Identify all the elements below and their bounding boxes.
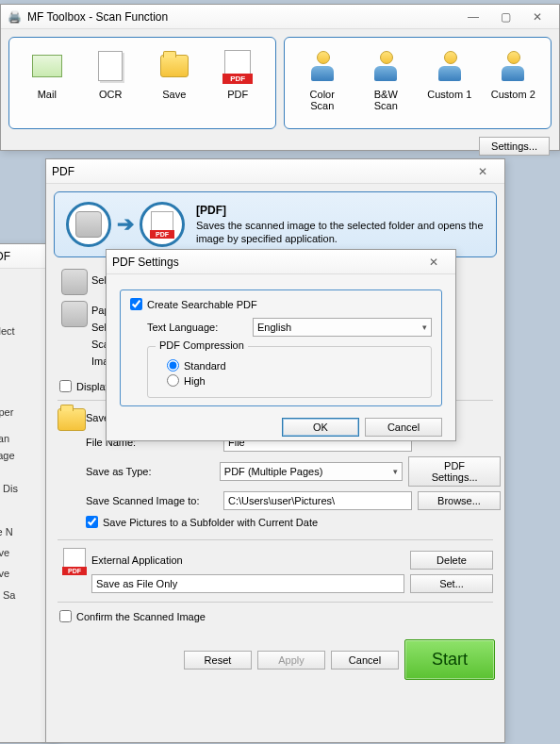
display-driver-checkbox[interactable] [59, 380, 72, 392]
dialog-title: PDF Settings [112, 256, 179, 269]
scanner-circle-icon [66, 202, 111, 247]
set-button[interactable]: Set... [410, 574, 493, 593]
tool-color-scan[interactable]: Color Scan [295, 47, 350, 111]
close-button[interactable]: ✕ [418, 252, 450, 273]
label: Paper [0, 406, 52, 418]
subfolder-label: Save Pictures to a Subfolder with Curren… [103, 517, 318, 528]
ok-button[interactable]: OK [282, 418, 359, 437]
tool-group-right: Color Scan B&W Scan Custom 1 Custom 2 [284, 37, 552, 129]
window-title: MF Toolbox - Scan Function [27, 10, 168, 24]
minimize-button[interactable]: — [457, 7, 489, 27]
saveas-dropdown[interactable]: PDF (Multiple Pages)▾ [220, 462, 403, 481]
tool-mail[interactable]: Mail [20, 47, 74, 111]
maximize-button[interactable]: ▢ [489, 7, 521, 27]
scanner-icon [61, 301, 88, 327]
pdf-settings-button[interactable]: PDF Settings... [408, 456, 501, 487]
label: File N [0, 526, 52, 537]
compression-legend: PDF Compression [156, 339, 248, 351]
pdf-banner: ➔ [PDF] Saves the scanned image to the s… [54, 191, 497, 257]
tool-custom2[interactable]: Custom 2 [486, 47, 540, 111]
folder-icon [160, 55, 189, 77]
apply-button[interactable]: Apply [257, 651, 325, 670]
tool-save[interactable]: Save [147, 47, 202, 111]
banner-title: [PDF] [196, 204, 485, 217]
comp-high-label: High [184, 375, 206, 387]
close-button[interactable]: ✕ [467, 161, 499, 182]
person-icon [309, 51, 336, 81]
label: Save [0, 547, 52, 558]
searchable-label: Create Searchable PDF [147, 299, 257, 310]
pdf-icon [224, 50, 251, 82]
app-icon: 🖨️ [7, 9, 22, 25]
tool-ocr[interactable]: OCR [83, 47, 138, 111]
subfolder-checkbox[interactable] [86, 516, 98, 528]
searchable-checkbox[interactable] [130, 298, 142, 310]
settings-button[interactable]: Settings... [479, 137, 550, 156]
person-icon [436, 51, 463, 81]
cancel-button[interactable]: Cancel [365, 418, 442, 437]
tool-bw-scan[interactable]: B&W Scan [358, 47, 413, 111]
scanner-icon [61, 269, 88, 295]
mf-toolbox-window: 🖨️ MF Toolbox - Scan Function — ▢ ✕ Mail… [0, 4, 560, 151]
person-icon [500, 51, 526, 81]
cancel-button[interactable]: Cancel [331, 651, 399, 670]
delete-button[interactable]: Delete [410, 551, 493, 570]
label: Image [0, 450, 52, 461]
window-title: PDF [52, 165, 74, 178]
tool-custom1[interactable]: Custom 1 [422, 47, 477, 111]
pdf-window: PDF ✕ ➔ [PDF] Saves the scanned image to… [45, 158, 505, 743]
pdf-circle-icon [140, 202, 185, 247]
confirm-label: Confirm the Scanned Image [76, 611, 206, 622]
savepath-label: Save Scanned Image to: [86, 495, 218, 506]
pdf-icon [63, 548, 86, 574]
pdf-settings-dialog: PDF Settings ✕ Create Searchable PDF Tex… [106, 249, 456, 441]
titlebar: 🖨️ MF Toolbox - Scan Function — ▢ ✕ [1, 5, 559, 29]
mail-icon [32, 55, 62, 77]
confirm-checkbox[interactable] [59, 610, 72, 622]
compression-standard-radio[interactable] [167, 359, 179, 372]
comp-std-label: Standard [184, 360, 226, 372]
saveas-label: Save as Type: [86, 466, 214, 477]
chevron-down-icon: ▾ [393, 467, 398, 476]
titlebar: PDF ✕ [46, 159, 504, 184]
savepath-input[interactable] [223, 491, 412, 510]
label: Save [0, 568, 52, 579]
label: Select [0, 325, 52, 337]
language-dropdown[interactable]: English▾ [253, 318, 432, 337]
chevron-down-icon: ▾ [422, 322, 427, 332]
reset-button[interactable]: Reset [184, 651, 252, 670]
arrow-icon: ➔ [117, 212, 134, 237]
tool-pdf[interactable]: PDF [210, 47, 265, 111]
start-button[interactable]: Start [404, 639, 495, 680]
window-title: PDF [0, 250, 10, 263]
extapp-label: External Application [91, 554, 404, 566]
banner-description: Saves the scanned image to the selected … [196, 219, 485, 246]
label: Scan [0, 433, 52, 444]
tool-group-left: Mail OCR Save PDF [8, 37, 276, 129]
language-label: Text Language: [147, 322, 253, 333]
titlebar: PDF Settings ✕ [107, 250, 455, 274]
document-icon [98, 51, 123, 81]
browse-button[interactable]: Browse... [418, 491, 501, 510]
extapp-input[interactable] [91, 574, 404, 593]
person-icon [372, 51, 399, 81]
compression-high-radio[interactable] [167, 374, 179, 387]
close-button[interactable]: ✕ [521, 7, 553, 27]
folder-icon [58, 408, 86, 431]
